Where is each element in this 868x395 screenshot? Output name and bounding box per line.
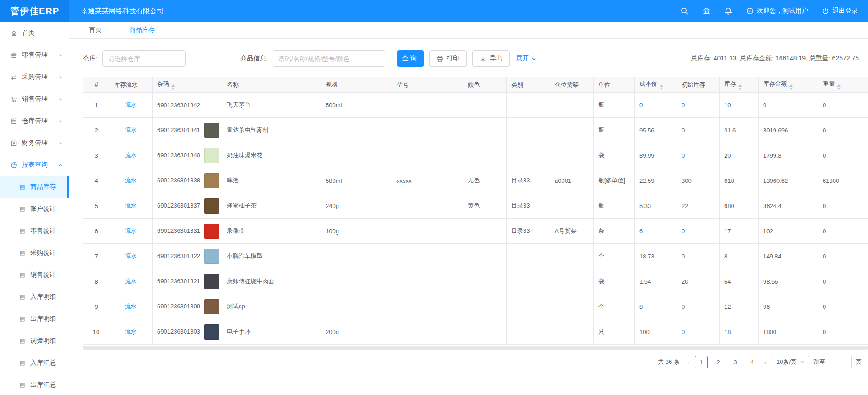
sidebar-item-3[interactable]: 销售管理 (0, 88, 69, 110)
sort-icon[interactable] (171, 84, 175, 90)
flow-link[interactable]: 流水 (125, 278, 137, 285)
search-icon[interactable] (680, 7, 688, 15)
print-button[interactable]: 打印 (429, 50, 467, 67)
column-label: 仓位货架 (555, 81, 579, 88)
cell-flow: 流水 (109, 294, 153, 319)
cell-index: 8 (83, 269, 109, 294)
tab-product-stock[interactable]: 商品库存 (128, 22, 156, 38)
column-label: 库存流水 (114, 81, 138, 88)
cell-shelf (550, 93, 594, 118)
sidebar-item-1[interactable]: 零售管理 (0, 44, 69, 66)
sidebar-subitem-4[interactable]: 销售统计 (0, 264, 69, 286)
sidebar-subitem-6[interactable]: 出库明细 (0, 308, 69, 330)
column-header-unit: 单位 (594, 77, 635, 93)
cell-category (507, 319, 550, 345)
flow-link[interactable]: 流水 (125, 101, 137, 108)
page-button-3[interactable]: 3 (729, 356, 742, 368)
sidebar-subitem-9[interactable]: 出库汇总 (0, 374, 69, 395)
flow-link[interactable]: 流水 (125, 177, 137, 184)
flow-link[interactable]: 流水 (125, 303, 137, 310)
cell-stock: 10 (720, 93, 759, 118)
sidebar-subitem-label: 采购统计 (30, 249, 56, 257)
column-header-stock_amount[interactable]: 库存金额 (759, 77, 818, 93)
flow-link[interactable]: 流水 (125, 328, 137, 335)
sidebar-item-6[interactable]: 报表查询 (0, 154, 69, 176)
flow-link[interactable]: 流水 (125, 252, 137, 259)
cell-stock_amount: 96 (759, 294, 818, 319)
sort-icon[interactable] (660, 84, 663, 90)
sidebar-item-4[interactable]: 仓库管理 (0, 110, 69, 132)
sidebar-subitem-5[interactable]: 入库明细 (0, 286, 69, 308)
power-icon (822, 7, 829, 15)
cell-unit: 瓶 (594, 93, 635, 118)
sidebar-subitem-8[interactable]: 入库汇总 (0, 352, 69, 374)
column-label: 单位 (598, 81, 610, 88)
flow-link[interactable]: 流水 (125, 202, 137, 209)
cell-flow: 流水 (109, 118, 153, 143)
cell-category: 目录33 (507, 168, 550, 193)
product-info-input[interactable] (273, 50, 385, 67)
search-button[interactable]: 查询 (397, 50, 424, 67)
cell-stock: 680 (720, 193, 759, 219)
cell-cost: 8 (635, 294, 677, 319)
chevron-down-icon (58, 75, 63, 80)
cell-weight: 0 (818, 219, 868, 244)
table-row: 4流水6901236301338啤酒580mlxxsxx无色目录33a0001瓶… (83, 168, 868, 193)
sidebar-item-5[interactable]: 财务管理 (0, 132, 69, 154)
column-header-barcode[interactable]: 条码 (153, 77, 222, 93)
welcome-user[interactable]: 欢迎您，测试用户 (746, 7, 808, 15)
sort-icon[interactable] (738, 84, 742, 90)
column-header-cost[interactable]: 成本价 (635, 77, 677, 93)
product-thumbnail (204, 123, 219, 138)
logout-button[interactable]: 退出登录 (822, 7, 858, 15)
page-button-2[interactable]: 2 (712, 356, 725, 368)
column-header-weight[interactable]: 重量 (818, 77, 868, 93)
tab-home[interactable]: 首页 (88, 22, 103, 38)
cell-name: 测试sp (222, 294, 321, 319)
table-row: 1流水6901236301342飞天茅台500ml瓶001000 (83, 93, 868, 118)
sidebar-item-2[interactable]: 采购管理 (0, 66, 69, 88)
page-button-1[interactable]: 1 (695, 356, 708, 368)
jump-page-input[interactable] (830, 356, 852, 368)
cell-cost: 5.33 (635, 193, 677, 219)
sidebar-subitem-1[interactable]: 账户统计 (0, 198, 69, 220)
column-header-init_stock: 初始库存 (677, 77, 720, 93)
cell-weight: 0 (818, 294, 868, 319)
cell-init_stock: 0 (677, 93, 720, 118)
export-button[interactable]: 导出 (472, 50, 510, 67)
flow-link[interactable]: 流水 (125, 227, 137, 234)
horizontal-scrollbar[interactable] (83, 346, 868, 350)
cell-stock_amount: 102 (759, 219, 818, 244)
sort-icon[interactable] (837, 84, 841, 90)
cell-name: 奶油味爆米花 (222, 143, 321, 168)
sidebar-subitem-2[interactable]: 零售统计 (0, 220, 69, 242)
column-header-spec: 规格 (321, 77, 392, 93)
page-button-4[interactable]: 4 (746, 356, 759, 368)
sidebar-subitem-7[interactable]: 调拨明细 (0, 330, 69, 352)
sidebar-subitem-label: 调拨明细 (30, 337, 56, 345)
flow-link[interactable]: 流水 (125, 126, 137, 133)
sidebar-item-0[interactable]: 首页 (0, 22, 69, 44)
expand-link[interactable]: 展开 (516, 55, 536, 63)
table-body: 1流水6901236301342飞天茅台500ml瓶0010002流水69012… (83, 93, 868, 345)
page-size-select[interactable]: 10条/页 (772, 356, 809, 368)
flow-link[interactable]: 流水 (125, 152, 137, 159)
column-label: 规格 (326, 81, 338, 88)
next-page-icon[interactable]: › (763, 359, 768, 366)
sort-icon[interactable] (789, 84, 793, 90)
bank-icon[interactable] (702, 7, 710, 15)
column-header-shelf: 仓位货架 (550, 77, 594, 93)
product-thumbnail (204, 173, 219, 188)
warehouse-select[interactable] (102, 50, 186, 67)
cell-color (463, 294, 507, 319)
stock-summary: 总库存: 4011.13, 总库存金额: 166148.19, 总重量: 625… (691, 55, 868, 63)
sidebar-subitem-3[interactable]: 采购统计 (0, 242, 69, 264)
prev-page-icon[interactable]: ‹ (686, 359, 691, 366)
bell-icon[interactable] (724, 7, 732, 15)
cell-name: 蜂蜜柚子茶 (222, 193, 321, 219)
sidebar-subitem-0[interactable]: 商品库存 (0, 176, 69, 198)
chevron-up-icon (58, 163, 63, 168)
cell-cost: 95.56 (635, 118, 677, 143)
cell-color: 黄色 (463, 193, 507, 219)
column-header-stock[interactable]: 库存 (720, 77, 759, 93)
